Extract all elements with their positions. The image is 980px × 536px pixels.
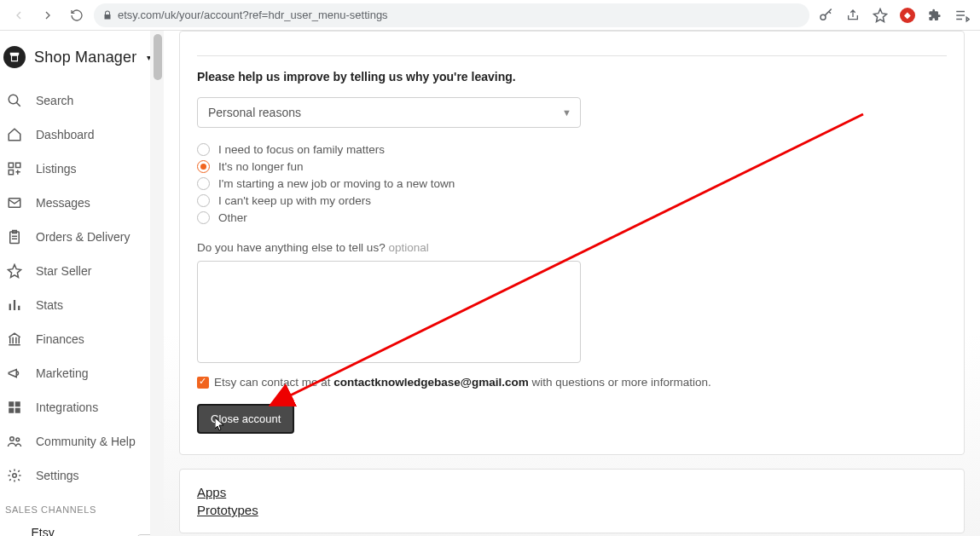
svg-rect-7 bbox=[9, 401, 14, 406]
star-outline-icon bbox=[5, 262, 24, 280]
shop-manager-dropdown[interactable]: Shop Manager ▾ bbox=[0, 31, 164, 84]
radio-icon bbox=[197, 177, 210, 190]
search-icon bbox=[5, 91, 24, 110]
address-bar[interactable]: etsy.com/uk/your/account?ref=hdr_user_me… bbox=[94, 3, 809, 27]
extensions-icon[interactable] bbox=[924, 4, 946, 26]
sales-channels-header: SALES CHANNELS bbox=[0, 493, 164, 520]
sidebar-label: Integrations bbox=[36, 401, 98, 414]
sidebar-item-finances[interactable]: Finances › bbox=[0, 322, 164, 356]
main-content: Please help us improve by telling us why… bbox=[164, 31, 980, 536]
lock-icon bbox=[102, 10, 113, 20]
bars-icon bbox=[5, 296, 24, 314]
sidebar-scrollbar[interactable] bbox=[150, 31, 164, 536]
svg-point-11 bbox=[10, 437, 14, 441]
radio-label: I need to focus on family matters bbox=[218, 143, 385, 156]
radio-icon bbox=[197, 194, 210, 207]
channel-title: Etsy bbox=[32, 525, 128, 536]
contact-prefix: Etsy can contact me at bbox=[214, 376, 333, 389]
sidebar-item-stats[interactable]: Stats bbox=[0, 288, 164, 322]
profile-icon[interactable]: ◆ bbox=[896, 4, 919, 26]
key-icon[interactable] bbox=[815, 4, 837, 26]
mail-icon bbox=[5, 193, 24, 212]
svg-rect-4 bbox=[9, 170, 13, 175]
grid-icon bbox=[5, 398, 24, 417]
reason-select[interactable]: Personal reasons ▼ bbox=[197, 97, 581, 128]
playlist-icon[interactable] bbox=[951, 4, 973, 26]
back-button[interactable] bbox=[7, 3, 31, 27]
reason-radio-2[interactable]: I'm starting a new job or moving to a ne… bbox=[197, 177, 947, 190]
browser-toolbar: etsy.com/uk/your/account?ref=hdr_user_me… bbox=[0, 0, 980, 31]
reason-radio-1[interactable]: It's no longer fun bbox=[197, 160, 947, 173]
sidebar-label: Community & Help bbox=[36, 435, 136, 448]
sidebar-item-community[interactable]: Community & Help › bbox=[0, 424, 164, 458]
radio-icon bbox=[197, 160, 210, 173]
radio-label: It's no longer fun bbox=[218, 160, 303, 173]
sidebar-item-settings[interactable]: Settings › bbox=[0, 458, 164, 493]
reason-radio-4[interactable]: Other bbox=[197, 211, 947, 224]
contact-email: contactknowledgebase@gmail.com bbox=[333, 376, 528, 389]
sidebar-item-search[interactable]: Search bbox=[0, 84, 164, 118]
svg-rect-9 bbox=[9, 408, 14, 413]
apps-link[interactable]: Apps bbox=[197, 485, 947, 499]
sidebar-item-star-seller[interactable]: Star Seller bbox=[0, 254, 164, 288]
sidebar-label: Dashboard bbox=[36, 128, 95, 141]
radio-label: I can't keep up with my orders bbox=[218, 194, 371, 207]
contact-suffix: with questions or more information. bbox=[529, 376, 711, 389]
svg-rect-10 bbox=[15, 408, 20, 413]
radio-icon bbox=[197, 143, 210, 156]
reason-radio-3[interactable]: I can't keep up with my orders bbox=[197, 194, 947, 207]
links-card: Apps Prototypes bbox=[179, 469, 965, 533]
sidebar-label: Stats bbox=[36, 298, 63, 312]
contact-consent-row: Etsy can contact me at contactknowledgeb… bbox=[197, 376, 947, 389]
svg-rect-3 bbox=[16, 163, 20, 167]
sidebar-label: Settings bbox=[36, 469, 79, 482]
svg-point-13 bbox=[13, 474, 17, 478]
sidebar-label: Marketing bbox=[36, 366, 88, 380]
close-account-button[interactable]: Close account bbox=[197, 404, 294, 434]
cursor-icon bbox=[215, 418, 225, 431]
svg-rect-2 bbox=[9, 163, 13, 167]
url-text: etsy.com/uk/your/account?ref=hdr_user_me… bbox=[118, 9, 388, 21]
sidebar-item-integrations[interactable]: Integrations bbox=[0, 390, 164, 424]
bank-icon bbox=[5, 330, 24, 349]
prototypes-link[interactable]: Prototypes bbox=[197, 503, 947, 517]
radio-label: I'm starting a new job or moving to a ne… bbox=[218, 177, 455, 190]
contact-checkbox[interactable] bbox=[197, 377, 209, 389]
clipboard-icon bbox=[5, 228, 24, 246]
megaphone-icon bbox=[5, 364, 24, 383]
radio-label: Other bbox=[218, 211, 247, 224]
feedback-label: Do you have anything else to tell us? op… bbox=[197, 241, 947, 254]
sidebar-item-orders[interactable]: Orders & Delivery bbox=[0, 220, 164, 254]
brand-title: Shop Manager bbox=[34, 49, 136, 66]
home-icon bbox=[5, 125, 24, 144]
sidebar-label: Star Seller bbox=[36, 264, 91, 278]
sidebar-label: Finances bbox=[36, 332, 84, 346]
reload-button[interactable] bbox=[65, 3, 89, 27]
svg-point-1 bbox=[9, 95, 18, 104]
gear-icon bbox=[5, 466, 24, 485]
star-icon[interactable] bbox=[869, 4, 891, 26]
chevron-down-icon: ▼ bbox=[562, 107, 571, 118]
svg-point-12 bbox=[16, 438, 20, 441]
radio-icon bbox=[197, 211, 210, 224]
reason-radio-0[interactable]: I need to focus on family matters bbox=[197, 143, 947, 156]
channel-etsy[interactable]: E Etsy KnowledgeBaseYT1 23 bbox=[0, 520, 164, 536]
shop-logo-icon bbox=[3, 46, 26, 68]
sidebar-label: Search bbox=[36, 94, 73, 107]
sidebar-label: Listings bbox=[36, 162, 76, 176]
form-heading: Please help us improve by telling us why… bbox=[197, 70, 947, 84]
sidebar: Shop Manager ▾ Search Dashboard Listings… bbox=[0, 31, 164, 536]
people-icon bbox=[5, 432, 24, 451]
listings-icon bbox=[5, 159, 24, 178]
sidebar-item-marketing[interactable]: Marketing › bbox=[0, 356, 164, 390]
forward-button[interactable] bbox=[36, 3, 60, 27]
share-icon[interactable] bbox=[842, 4, 864, 26]
sidebar-item-listings[interactable]: Listings bbox=[0, 152, 164, 186]
select-value: Personal reasons bbox=[208, 106, 301, 119]
sidebar-label: Orders & Delivery bbox=[36, 230, 130, 244]
svg-rect-8 bbox=[15, 401, 20, 406]
sidebar-item-dashboard[interactable]: Dashboard bbox=[0, 118, 164, 152]
sidebar-item-messages[interactable]: Messages bbox=[0, 186, 164, 220]
feedback-textarea[interactable] bbox=[197, 261, 581, 363]
sidebar-label: Messages bbox=[36, 196, 90, 210]
